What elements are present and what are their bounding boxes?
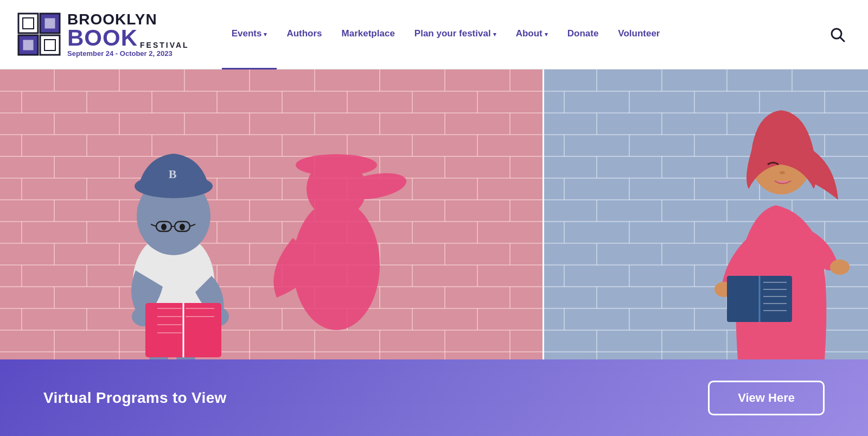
view-here-button[interactable]: View Here — [708, 381, 825, 415]
site-logo[interactable]: BROOKLYN BOOK FESTIVAL September 24 - Oc… — [17, 11, 189, 58]
nav-item-authors[interactable]: Authors — [277, 0, 331, 69]
svg-rect-5 — [44, 18, 55, 29]
hero-right-panel — [542, 69, 868, 359]
svg-point-154 — [161, 224, 167, 230]
svg-point-229 — [830, 260, 850, 275]
hero-banner: B — [0, 69, 868, 359]
nav-item-events[interactable]: Events ▾ — [222, 0, 277, 69]
nav-item-plan[interactable]: Plan your festival ▾ — [405, 0, 506, 69]
nav-item-donate[interactable]: Donate — [558, 0, 609, 69]
svg-rect-4 — [23, 18, 34, 29]
hero-right-illustration — [542, 69, 868, 359]
logo-date: September 24 - October 2, 2023 — [67, 50, 189, 58]
virtual-programs-text: Virtual Programs to View — [43, 389, 227, 407]
events-dropdown-arrow: ▾ — [264, 31, 267, 38]
svg-point-238 — [780, 171, 785, 174]
svg-rect-0 — [18, 14, 38, 33]
logo-icon — [17, 12, 61, 56]
search-button[interactable] — [825, 22, 851, 48]
nav-item-about[interactable]: About ▾ — [506, 0, 558, 69]
svg-rect-6 — [23, 40, 34, 50]
hero-left-illustration: B — [0, 69, 542, 359]
main-nav: Events ▾ Authors Marketplace Plan your f… — [222, 0, 851, 69]
search-icon — [830, 27, 845, 42]
hero-left-panel: B — [0, 69, 542, 359]
svg-rect-7 — [44, 40, 55, 50]
logo-book: BOOK — [67, 27, 138, 49]
svg-point-131 — [296, 154, 377, 176]
logo-festival: FESTIVAL — [140, 41, 189, 49]
plan-dropdown-arrow: ▾ — [493, 31, 496, 38]
svg-point-155 — [180, 224, 185, 230]
site-header: BROOKLYN BOOK FESTIVAL September 24 - Oc… — [0, 0, 868, 69]
about-dropdown-arrow: ▾ — [545, 31, 548, 38]
svg-rect-3 — [40, 35, 60, 55]
hero-panel-divider — [542, 69, 544, 359]
nav-item-marketplace[interactable]: Marketplace — [332, 0, 405, 69]
svg-line-9 — [840, 37, 844, 41]
nav-item-volunteer[interactable]: Volunteer — [608, 0, 669, 69]
bottom-banner: Virtual Programs to View View Here — [0, 359, 868, 436]
svg-text:B: B — [169, 167, 177, 181]
logo-text-block: BROOKLYN BOOK FESTIVAL September 24 - Oc… — [67, 11, 189, 58]
